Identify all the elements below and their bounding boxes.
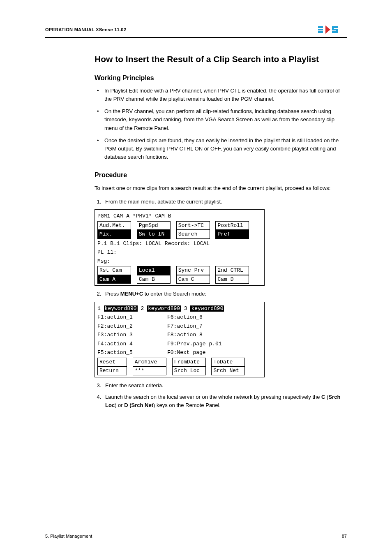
- step-1: From the main menu, activate the current…: [103, 198, 347, 206]
- cell: Rst Cam: [97, 266, 131, 275]
- cell: Cam A: [97, 275, 131, 284]
- kw: keyword890: [147, 305, 181, 312]
- cell: Sync Prv: [176, 266, 210, 275]
- code-line: PGM1 CAM A *PRV1* CAM B: [97, 212, 262, 220]
- cell: Sort->TC: [176, 221, 210, 230]
- svg-rect-1: [318, 29, 323, 30]
- list-item: In Playlist Edit mode with a PRV channel…: [95, 87, 347, 103]
- key-d-srch-net: D (Srch Net: [124, 402, 153, 408]
- footer-section: 5. Playlist Management: [45, 534, 92, 539]
- code-line: F5:action_5F0:Next page: [97, 349, 262, 357]
- evs-logo: [318, 25, 347, 35]
- step-text: to enter the Search mode:: [143, 291, 206, 297]
- codebox-main-menu: PGM1 CAM A *PRV1* CAM B Aud.Met. PgmSpd …: [95, 209, 265, 286]
- cell: 2nd CTRL: [215, 266, 249, 275]
- cell: Cam D: [215, 275, 249, 284]
- section-title: How to Insert the Result of a Clip Searc…: [95, 54, 347, 64]
- page-header: OPERATION MANUAL XSense 11.02: [45, 25, 347, 38]
- code-line: PL 11:: [97, 248, 262, 257]
- cell: Local: [137, 266, 171, 275]
- code-line: F4:action_4F9:Prev.page p.01: [97, 340, 262, 348]
- kw: keyword890: [190, 305, 224, 312]
- cell: Sw to IN: [137, 230, 171, 239]
- svg-rect-2: [318, 31, 323, 33]
- cell: ***: [133, 366, 166, 375]
- code-line: Msg:: [97, 257, 262, 266]
- cell: Pref: [215, 230, 249, 239]
- cell: Aud.Met.: [97, 221, 131, 230]
- procedure-intro: To insert one or more clips from a searc…: [95, 184, 347, 192]
- procedure-steps-2: Press MENU+C to enter the Search mode:: [95, 290, 347, 298]
- svg-rect-8: [332, 31, 338, 33]
- cell: Srch Loc: [172, 366, 206, 375]
- step-2: Press MENU+C to enter the Search mode:: [103, 290, 347, 298]
- page-footer: 5. Playlist Management 87: [45, 534, 347, 539]
- kw: keyword890: [104, 305, 138, 312]
- cell: Cam B: [137, 275, 171, 284]
- cell: Archive: [133, 358, 166, 367]
- code-line: P.1 B.1 Clips: LOCAL Records: LOCAL: [97, 240, 262, 248]
- cell: Reset: [97, 358, 127, 367]
- cell: PgmSpd: [137, 221, 171, 230]
- list-item: On the PRV channel, you can perform all …: [95, 107, 347, 132]
- cell: Search: [176, 230, 210, 239]
- step-3: Enter the search criteria.: [103, 382, 347, 390]
- procedure-heading: Procedure: [95, 171, 347, 179]
- cell: PostRoll: [215, 221, 249, 230]
- svg-rect-0: [318, 26, 323, 28]
- code-line: F2:action_2F7:action_7: [97, 322, 262, 331]
- cell: Mix.: [97, 230, 131, 239]
- procedure-steps: From the main menu, activate the current…: [95, 198, 347, 206]
- step-text: Launch the search on the local server or…: [105, 394, 321, 400]
- cell: Srch Net: [211, 366, 245, 375]
- list-item: Once the desired clips are found, they c…: [95, 136, 347, 161]
- manual-title: OPERATION MANUAL XSense 11.02: [45, 27, 126, 32]
- cell: Return: [97, 366, 127, 375]
- svg-marker-3: [325, 25, 330, 34]
- working-principles-list: In Playlist Edit mode with a PRV channel…: [95, 87, 347, 161]
- footer-page-number: 87: [342, 534, 347, 539]
- cell: ToDate: [211, 358, 245, 367]
- step-4: Launch the search on the local server or…: [103, 393, 347, 409]
- working-principles-heading: Working Principles: [95, 74, 347, 82]
- menu-c-key: MENU+C: [120, 291, 143, 297]
- code-line: 1 keyword890 2 keyword890 3 keyword890: [97, 305, 262, 313]
- cell: Cam C: [176, 275, 210, 284]
- cell: FromDate: [172, 358, 206, 367]
- procedure-steps-3: Enter the search criteria. Launch the se…: [95, 382, 347, 409]
- code-line: F1:action_1F6:action_6: [97, 313, 262, 321]
- code-line: F3:action_3F8:action_8: [97, 331, 262, 339]
- codebox-search-mode: 1 keyword890 2 keyword890 3 keyword890 F…: [95, 302, 265, 377]
- step-text: Press: [105, 291, 120, 297]
